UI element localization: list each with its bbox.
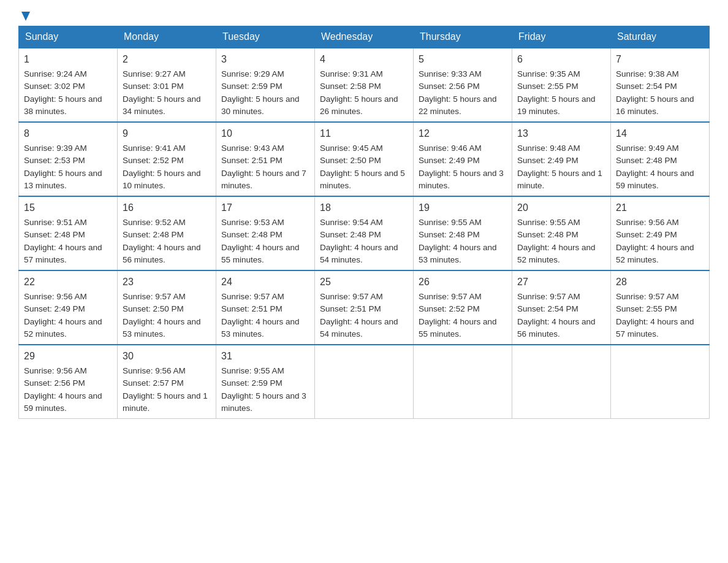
day-number: 8 <box>24 126 112 141</box>
week-row-3: 15Sunrise: 9:51 AMSunset: 2:48 PMDayligh… <box>19 196 710 270</box>
sunrise-text: Sunrise: 9:46 AM <box>419 144 482 153</box>
calendar-cell: 4Sunrise: 9:31 AMSunset: 2:58 PMDaylight… <box>315 48 414 122</box>
calendar-cell: 30Sunrise: 9:56 AMSunset: 2:57 PMDayligh… <box>118 345 216 419</box>
daylight-text: Daylight: 5 hours and 22 minutes. <box>419 94 497 116</box>
daylight-text: Daylight: 5 hours and 3 minutes. <box>419 169 504 190</box>
sunrise-text: Sunrise: 9:39 AM <box>24 144 87 153</box>
daylight-text: Daylight: 5 hours and 30 minutes. <box>221 94 300 116</box>
sunset-text: Sunset: 2:51 PM <box>221 156 282 165</box>
sunset-text: Sunset: 2:57 PM <box>123 378 184 388</box>
calendar-cell: 20Sunrise: 9:55 AMSunset: 2:48 PMDayligh… <box>512 196 611 270</box>
sunrise-text: Sunrise: 9:56 AM <box>24 366 87 375</box>
col-header-friday: Friday <box>512 26 611 48</box>
daylight-text: Daylight: 5 hours and 1 minute. <box>517 169 602 190</box>
sunset-text: Sunset: 2:48 PM <box>24 230 85 239</box>
sunset-text: Sunset: 2:48 PM <box>320 230 381 239</box>
daylight-text: Daylight: 5 hours and 38 minutes. <box>24 94 102 116</box>
daylight-text: Daylight: 4 hours and 55 minutes. <box>221 243 300 264</box>
calendar-cell: 5Sunrise: 9:33 AMSunset: 2:56 PMDaylight… <box>414 48 512 122</box>
calendar-cell <box>414 345 512 419</box>
sunrise-text: Sunrise: 9:57 AM <box>419 292 482 301</box>
daylight-text: Daylight: 5 hours and 5 minutes. <box>320 169 405 190</box>
calendar-cell <box>512 345 611 419</box>
logo <box>18 12 32 20</box>
sunrise-text: Sunrise: 9:55 AM <box>517 218 580 227</box>
sunset-text: Sunset: 2:48 PM <box>123 230 184 239</box>
sunrise-text: Sunrise: 9:57 AM <box>221 292 284 301</box>
daylight-text: Daylight: 4 hours and 53 minutes. <box>123 317 201 339</box>
calendar-cell: 3Sunrise: 9:29 AMSunset: 2:59 PMDaylight… <box>216 48 315 122</box>
col-header-thursday: Thursday <box>414 26 512 48</box>
calendar-cell: 22Sunrise: 9:56 AMSunset: 2:49 PMDayligh… <box>19 270 118 345</box>
day-number: 3 <box>221 52 309 67</box>
sunset-text: Sunset: 2:50 PM <box>123 304 184 313</box>
sunset-text: Sunset: 2:52 PM <box>419 304 480 313</box>
sunset-text: Sunset: 2:49 PM <box>419 156 480 165</box>
col-header-tuesday: Tuesday <box>216 26 315 48</box>
calendar-cell: 31Sunrise: 9:55 AMSunset: 2:59 PMDayligh… <box>216 345 315 419</box>
sunset-text: Sunset: 2:51 PM <box>320 304 381 313</box>
calendar-cell: 10Sunrise: 9:43 AMSunset: 2:51 PMDayligh… <box>216 122 315 196</box>
daylight-text: Daylight: 5 hours and 34 minutes. <box>123 94 201 116</box>
col-header-monday: Monday <box>118 26 216 48</box>
sunrise-text: Sunrise: 9:56 AM <box>123 366 186 375</box>
daylight-text: Daylight: 5 hours and 13 minutes. <box>24 169 102 190</box>
daylight-text: Daylight: 5 hours and 19 minutes. <box>517 94 596 116</box>
daylight-text: Daylight: 4 hours and 52 minutes. <box>24 317 102 339</box>
week-row-2: 8Sunrise: 9:39 AMSunset: 2:53 PMDaylight… <box>19 122 710 196</box>
sunset-text: Sunset: 2:56 PM <box>419 82 480 91</box>
daylight-text: Daylight: 4 hours and 53 minutes. <box>419 243 497 264</box>
sunrise-text: Sunrise: 9:27 AM <box>123 69 186 79</box>
calendar-header-row: SundayMondayTuesdayWednesdayThursdayFrid… <box>19 26 710 48</box>
calendar-cell: 25Sunrise: 9:57 AMSunset: 2:51 PMDayligh… <box>315 270 414 345</box>
day-number: 19 <box>419 201 507 215</box>
day-number: 24 <box>221 275 309 289</box>
calendar-cell: 26Sunrise: 9:57 AMSunset: 2:52 PMDayligh… <box>414 270 512 345</box>
sunset-text: Sunset: 2:48 PM <box>221 230 282 239</box>
day-number: 1 <box>24 52 112 67</box>
sunset-text: Sunset: 2:52 PM <box>123 156 184 165</box>
calendar-cell: 27Sunrise: 9:57 AMSunset: 2:54 PMDayligh… <box>512 270 611 345</box>
sunrise-text: Sunrise: 9:24 AM <box>24 69 87 79</box>
sunrise-text: Sunrise: 9:54 AM <box>320 218 383 227</box>
sunset-text: Sunset: 2:55 PM <box>616 304 677 313</box>
daylight-text: Daylight: 4 hours and 54 minutes. <box>320 317 398 339</box>
day-number: 9 <box>123 126 211 141</box>
sunset-text: Sunset: 2:51 PM <box>221 304 282 313</box>
calendar-cell: 18Sunrise: 9:54 AMSunset: 2:48 PMDayligh… <box>315 196 414 270</box>
logo-arrow-icon <box>19 10 32 23</box>
day-number: 26 <box>419 275 507 289</box>
calendar-cell: 29Sunrise: 9:56 AMSunset: 2:56 PMDayligh… <box>19 345 118 419</box>
day-number: 2 <box>123 52 211 67</box>
calendar-cell: 8Sunrise: 9:39 AMSunset: 2:53 PMDaylight… <box>19 122 118 196</box>
daylight-text: Daylight: 4 hours and 52 minutes. <box>517 243 596 264</box>
week-row-1: 1Sunrise: 9:24 AMSunset: 3:02 PMDaylight… <box>19 48 710 122</box>
calendar-cell: 9Sunrise: 9:41 AMSunset: 2:52 PMDaylight… <box>118 122 216 196</box>
daylight-text: Daylight: 5 hours and 7 minutes. <box>221 169 306 190</box>
day-number: 14 <box>616 126 704 141</box>
day-number: 11 <box>320 126 408 141</box>
sunset-text: Sunset: 2:55 PM <box>517 82 578 91</box>
daylight-text: Daylight: 5 hours and 1 minute. <box>123 391 208 413</box>
daylight-text: Daylight: 4 hours and 57 minutes. <box>24 243 102 264</box>
sunset-text: Sunset: 2:53 PM <box>24 156 85 165</box>
sunset-text: Sunset: 2:56 PM <box>24 378 85 388</box>
calendar-cell: 14Sunrise: 9:49 AMSunset: 2:48 PMDayligh… <box>611 122 710 196</box>
day-number: 18 <box>320 201 408 215</box>
day-number: 23 <box>123 275 211 289</box>
sunrise-text: Sunrise: 9:56 AM <box>24 292 87 301</box>
day-number: 28 <box>616 275 704 289</box>
daylight-text: Daylight: 4 hours and 59 minutes. <box>616 169 694 190</box>
sunrise-text: Sunrise: 9:57 AM <box>123 292 186 301</box>
daylight-text: Daylight: 4 hours and 53 minutes. <box>221 317 300 339</box>
calendar-cell: 24Sunrise: 9:57 AMSunset: 2:51 PMDayligh… <box>216 270 315 345</box>
day-number: 27 <box>517 275 605 289</box>
daylight-text: Daylight: 4 hours and 54 minutes. <box>320 243 398 264</box>
daylight-text: Daylight: 5 hours and 16 minutes. <box>616 94 694 116</box>
day-number: 6 <box>517 52 605 67</box>
sunset-text: Sunset: 3:01 PM <box>123 82 184 91</box>
sunrise-text: Sunrise: 9:29 AM <box>221 69 284 79</box>
sunrise-text: Sunrise: 9:52 AM <box>123 218 186 227</box>
sunrise-text: Sunrise: 9:45 AM <box>320 144 383 153</box>
calendar-cell: 6Sunrise: 9:35 AMSunset: 2:55 PMDaylight… <box>512 48 611 122</box>
